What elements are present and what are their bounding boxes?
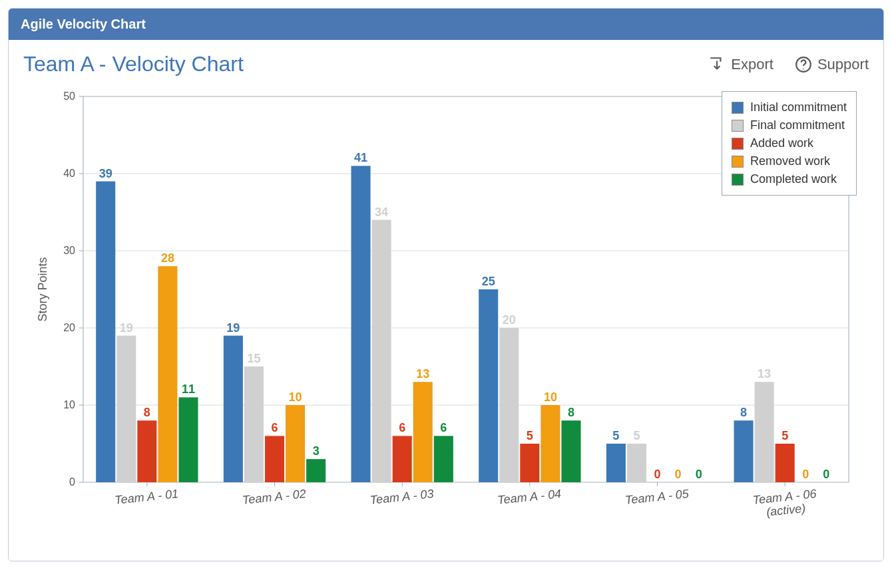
bar-value-label: 5 bbox=[612, 429, 619, 442]
legend-swatch bbox=[732, 120, 744, 132]
panel-header: Agile Velocity Chart bbox=[9, 9, 883, 40]
bar bbox=[520, 444, 539, 482]
svg-text:50: 50 bbox=[63, 90, 75, 102]
chart-area: 01020304050Story Points391982811Team A -… bbox=[23, 83, 862, 542]
velocity-panel: Agile Velocity Chart Team A - Velocity C… bbox=[8, 8, 884, 561]
export-icon bbox=[708, 56, 726, 73]
support-button[interactable]: Support bbox=[795, 56, 869, 73]
svg-text:40: 40 bbox=[63, 168, 75, 179]
bar bbox=[393, 436, 412, 482]
panel-title: Agile Velocity Chart bbox=[21, 17, 146, 31]
category-label: Team A - 02 bbox=[242, 487, 307, 507]
bar bbox=[178, 397, 198, 482]
legend-item[interactable]: Final commitment bbox=[732, 116, 847, 134]
bar bbox=[306, 459, 326, 482]
category-label: Team A - 01 bbox=[114, 487, 179, 507]
category-label: Team A - 05 bbox=[624, 487, 690, 507]
bar bbox=[265, 436, 284, 482]
svg-text:0: 0 bbox=[69, 476, 75, 488]
svg-point-1 bbox=[803, 68, 804, 69]
bar-value-label: 0 bbox=[802, 468, 809, 481]
legend-item[interactable]: Initial commitment bbox=[732, 98, 847, 116]
legend-label: Removed work bbox=[750, 154, 830, 168]
bar-value-label: 5 bbox=[633, 429, 640, 442]
bar-value-label: 39 bbox=[99, 167, 112, 180]
export-label: Export bbox=[731, 56, 774, 73]
bar-value-label: 6 bbox=[440, 421, 447, 434]
bar bbox=[244, 367, 264, 482]
bar bbox=[351, 166, 371, 482]
legend-label: Initial commitment bbox=[750, 100, 847, 114]
legend-swatch bbox=[732, 156, 744, 168]
bar bbox=[224, 336, 243, 482]
bar-value-label: 6 bbox=[271, 421, 278, 434]
bar-value-label: 11 bbox=[182, 382, 195, 396]
category-label: Team A - 04 bbox=[497, 487, 562, 507]
legend-swatch bbox=[732, 174, 744, 186]
title-row: Team A - Velocity Chart Export Support bbox=[23, 52, 869, 76]
bar-value-label: 8 bbox=[740, 406, 747, 419]
svg-text:30: 30 bbox=[63, 245, 75, 256]
bar bbox=[479, 289, 498, 482]
bar-value-label: 0 bbox=[654, 468, 660, 481]
bar-value-label: 8 bbox=[568, 406, 574, 419]
legend-item[interactable]: Added work bbox=[732, 134, 847, 152]
bar bbox=[116, 336, 136, 482]
bar bbox=[434, 436, 453, 482]
action-bar: Export Support bbox=[708, 56, 869, 73]
bar-value-label: 10 bbox=[544, 390, 557, 404]
bar bbox=[499, 328, 519, 482]
bar-value-label: 34 bbox=[375, 206, 388, 219]
svg-text:10: 10 bbox=[63, 399, 75, 410]
bar bbox=[755, 382, 774, 482]
bar-value-label: 28 bbox=[161, 251, 174, 265]
legend-label: Final commitment bbox=[750, 118, 845, 132]
bar bbox=[627, 444, 646, 482]
bar-value-label: 41 bbox=[354, 151, 367, 164]
export-button[interactable]: Export bbox=[708, 56, 774, 73]
bar-value-label: 19 bbox=[120, 321, 133, 335]
legend-swatch bbox=[732, 138, 744, 150]
bar bbox=[137, 420, 156, 482]
svg-text:Story Points: Story Points bbox=[36, 257, 49, 321]
bar-value-label: 20 bbox=[503, 313, 516, 327]
bar bbox=[734, 420, 754, 482]
bar-value-label: 19 bbox=[226, 321, 240, 335]
legend: Initial commitmentFinal commitmentAdded … bbox=[722, 91, 857, 196]
bar-value-label: 5 bbox=[781, 429, 788, 442]
bar-value-label: 15 bbox=[247, 352, 260, 365]
bar-value-label: 5 bbox=[527, 429, 533, 442]
bar bbox=[606, 444, 626, 482]
chart-title: Team A - Velocity Chart bbox=[23, 52, 244, 76]
bar-value-label: 8 bbox=[144, 406, 150, 419]
legend-label: Completed work bbox=[750, 172, 837, 186]
bar bbox=[413, 382, 433, 482]
bar-value-label: 10 bbox=[289, 390, 302, 404]
bar-value-label: 6 bbox=[399, 421, 405, 434]
support-label: Support bbox=[817, 56, 869, 73]
bar bbox=[286, 405, 305, 482]
bar bbox=[96, 182, 115, 482]
category-label: Team A - 06(active) bbox=[752, 487, 819, 520]
bar bbox=[776, 444, 795, 482]
bar bbox=[541, 405, 560, 482]
bar-value-label: 0 bbox=[823, 468, 829, 481]
bar-value-label: 3 bbox=[313, 444, 320, 458]
legend-item[interactable]: Removed work bbox=[732, 152, 847, 170]
panel-body: Team A - Velocity Chart Export Support bbox=[9, 40, 883, 561]
bar-value-label: 0 bbox=[675, 468, 682, 481]
bar-value-label: 13 bbox=[416, 367, 429, 380]
legend-swatch bbox=[732, 102, 744, 114]
bar bbox=[158, 266, 177, 482]
help-icon bbox=[795, 56, 812, 73]
bar-value-label: 0 bbox=[696, 468, 702, 481]
legend-label: Added work bbox=[750, 136, 813, 150]
category-label: Team A - 03 bbox=[369, 487, 435, 507]
bar bbox=[372, 220, 391, 482]
bar-value-label: 13 bbox=[758, 367, 771, 380]
legend-item[interactable]: Completed work bbox=[732, 170, 847, 188]
bar-value-label: 25 bbox=[482, 275, 495, 288]
bar bbox=[561, 420, 580, 482]
svg-text:20: 20 bbox=[63, 322, 75, 333]
